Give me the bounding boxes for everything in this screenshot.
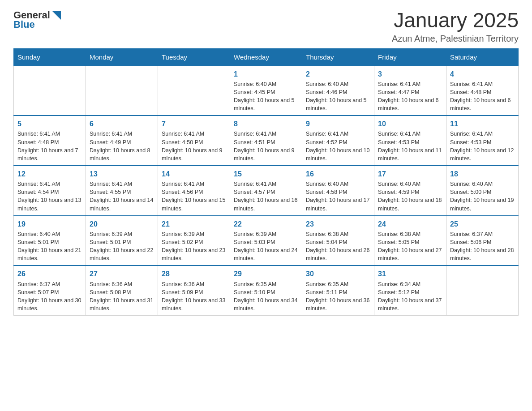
daylight-text: Daylight: 10 hours and 9 minutes. [234,146,298,163]
month-title: January 2025 [392,9,519,32]
daylight-text: Daylight: 10 hours and 7 minutes. [17,146,82,163]
daylight-text: Daylight: 10 hours and 21 minutes. [17,246,82,262]
daylight-text: Daylight: 10 hours and 22 minutes. [90,246,154,262]
calendar-header: SundayMondayTuesdayWednesdayThursdayFrid… [14,48,519,66]
sunset-text: Sunset: 4:48 PM [17,138,82,146]
day-number: 31 [378,269,442,279]
calendar-cell: 29Sunrise: 6:35 AMSunset: 5:10 PMDayligh… [230,265,302,315]
sunrise-text: Sunrise: 6:41 AM [162,180,226,188]
calendar-table: SundayMondayTuesdayWednesdayThursdayFrid… [13,48,519,316]
daylight-text: Daylight: 10 hours and 28 minutes. [450,246,515,262]
daylight-text: Daylight: 10 hours and 6 minutes. [378,96,442,112]
calendar-cell [158,66,230,116]
daylight-text: Daylight: 10 hours and 37 minutes. [378,296,442,313]
sunrise-text: Sunrise: 6:37 AM [17,280,82,288]
day-number: 5 [17,119,82,129]
calendar-body: 1Sunrise: 6:40 AMSunset: 4:45 PMDaylight… [14,66,519,316]
day-number: 15 [234,169,298,179]
calendar-cell: 7Sunrise: 6:41 AMSunset: 4:50 PMDaylight… [158,116,230,166]
logo-triangle-icon [52,11,61,20]
sunset-text: Sunset: 4:56 PM [162,188,226,196]
sunrise-text: Sunrise: 6:37 AM [450,230,515,238]
daylight-text: Daylight: 10 hours and 23 minutes. [162,246,226,262]
sunrise-text: Sunrise: 6:40 AM [306,180,370,188]
day-number: 20 [90,219,154,229]
calendar-week-4: 19Sunrise: 6:40 AMSunset: 5:01 PMDayligh… [14,216,519,266]
day-number: 10 [378,119,442,129]
sunrise-text: Sunrise: 6:41 AM [90,180,154,188]
sunset-text: Sunset: 5:00 PM [450,188,515,196]
daylight-text: Daylight: 10 hours and 34 minutes. [234,296,298,313]
sunrise-text: Sunrise: 6:38 AM [378,230,442,238]
day-number: 27 [90,269,154,279]
day-number: 28 [162,269,226,279]
calendar-cell: 23Sunrise: 6:38 AMSunset: 5:04 PMDayligh… [302,216,374,266]
day-number: 3 [378,69,442,79]
day-number: 19 [17,219,82,229]
sunset-text: Sunset: 4:47 PM [378,88,442,96]
sunrise-text: Sunrise: 6:36 AM [90,280,154,288]
day-number: 26 [17,269,82,279]
daylight-text: Daylight: 10 hours and 14 minutes. [90,196,154,212]
sunset-text: Sunset: 5:02 PM [162,238,226,246]
sunrise-text: Sunrise: 6:41 AM [450,130,515,138]
day-number: 8 [234,119,298,129]
calendar-cell: 15Sunrise: 6:41 AMSunset: 4:57 PMDayligh… [230,166,302,216]
sunrise-text: Sunrise: 6:41 AM [17,130,82,138]
svg-marker-0 [52,11,61,20]
calendar-cell [14,66,86,116]
day-number: 13 [90,169,154,179]
sunset-text: Sunset: 5:01 PM [17,238,82,246]
sunrise-text: Sunrise: 6:40 AM [234,80,298,88]
daylight-text: Daylight: 10 hours and 9 minutes. [162,146,226,163]
daylight-text: Daylight: 10 hours and 36 minutes. [306,296,370,313]
sunset-text: Sunset: 5:09 PM [162,288,226,296]
daylight-text: Daylight: 10 hours and 26 minutes. [306,246,370,262]
calendar-cell: 13Sunrise: 6:41 AMSunset: 4:55 PMDayligh… [86,166,158,216]
calendar-cell: 9Sunrise: 6:41 AMSunset: 4:52 PMDaylight… [302,116,374,166]
calendar-week-2: 5Sunrise: 6:41 AMSunset: 4:48 PMDaylight… [14,116,519,166]
calendar-cell: 10Sunrise: 6:41 AMSunset: 4:53 PMDayligh… [374,116,446,166]
day-number: 14 [162,169,226,179]
logo: General Blue [13,9,61,30]
calendar-cell: 16Sunrise: 6:40 AMSunset: 4:58 PMDayligh… [302,166,374,216]
calendar-cell: 1Sunrise: 6:40 AMSunset: 4:45 PMDaylight… [230,66,302,116]
sunset-text: Sunset: 5:12 PM [378,288,442,296]
calendar-cell [86,66,158,116]
sunrise-text: Sunrise: 6:41 AM [378,130,442,138]
sunset-text: Sunset: 4:45 PM [234,88,298,96]
sunset-text: Sunset: 5:10 PM [234,288,298,296]
sunrise-text: Sunrise: 6:41 AM [306,130,370,138]
sunrise-text: Sunrise: 6:41 AM [17,180,82,188]
day-number: 9 [306,119,370,129]
calendar-cell: 5Sunrise: 6:41 AMSunset: 4:48 PMDaylight… [14,116,86,166]
daylight-text: Daylight: 10 hours and 33 minutes. [162,296,226,313]
calendar-cell: 6Sunrise: 6:41 AMSunset: 4:49 PMDaylight… [86,116,158,166]
sunset-text: Sunset: 4:46 PM [306,88,370,96]
sunset-text: Sunset: 4:58 PM [306,188,370,196]
sunrise-text: Sunrise: 6:41 AM [234,130,298,138]
sunset-text: Sunset: 5:05 PM [378,238,442,246]
daylight-text: Daylight: 10 hours and 6 minutes. [450,96,515,112]
sunset-text: Sunset: 5:03 PM [234,238,298,246]
header-day-tuesday: Tuesday [158,48,230,66]
calendar-cell: 27Sunrise: 6:36 AMSunset: 5:08 PMDayligh… [86,265,158,315]
header-row: SundayMondayTuesdayWednesdayThursdayFrid… [14,48,519,66]
daylight-text: Daylight: 10 hours and 5 minutes. [306,96,370,112]
title-section: January 2025 Azun Atme, Palestinian Terr… [392,9,519,44]
header-day-sunday: Sunday [14,48,86,66]
calendar-cell: 2Sunrise: 6:40 AMSunset: 4:46 PMDaylight… [302,66,374,116]
daylight-text: Daylight: 10 hours and 12 minutes. [450,146,515,163]
location-title: Azun Atme, Palestinian Territory [392,34,519,44]
sunrise-text: Sunrise: 6:41 AM [162,130,226,138]
page-header: General Blue January 2025 Azun Atme, Pal… [13,9,519,44]
calendar-cell: 19Sunrise: 6:40 AMSunset: 5:01 PMDayligh… [14,216,86,266]
calendar-cell: 21Sunrise: 6:39 AMSunset: 5:02 PMDayligh… [158,216,230,266]
daylight-text: Daylight: 10 hours and 30 minutes. [17,296,82,313]
sunrise-text: Sunrise: 6:39 AM [162,230,226,238]
sunrise-text: Sunrise: 6:40 AM [378,180,442,188]
sunset-text: Sunset: 4:53 PM [450,138,515,146]
sunset-text: Sunset: 4:49 PM [90,138,154,146]
sunset-text: Sunset: 4:59 PM [378,188,442,196]
calendar-cell: 4Sunrise: 6:41 AMSunset: 4:48 PMDaylight… [446,66,519,116]
